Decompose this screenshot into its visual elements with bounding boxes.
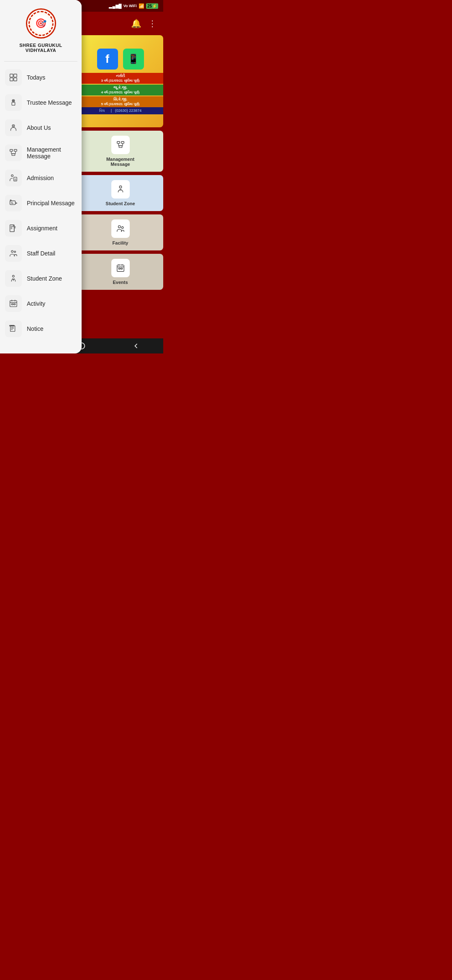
facility-bg-label: Facility <box>113 240 128 245</box>
svg-point-48 <box>13 275 15 277</box>
sidebar-item-about-us[interactable]: About Us <box>0 115 82 140</box>
logo-inner: 🎯 <box>28 11 54 36</box>
svg-rect-33 <box>14 177 17 181</box>
bg-student-card[interactable]: Student Zone <box>77 175 163 211</box>
svg-point-7 <box>118 226 121 228</box>
svg-rect-54 <box>11 304 13 305</box>
svg-rect-28 <box>12 154 15 156</box>
svg-rect-55 <box>14 304 15 305</box>
student-bg-label: Student Zone <box>105 201 135 206</box>
notice-label: Notice <box>27 325 44 332</box>
sidebar-item-admission[interactable]: Admission <box>0 165 82 191</box>
svg-rect-36 <box>10 201 15 205</box>
student-label: Student Zone <box>27 275 62 282</box>
sidebar-item-management-message[interactable]: Management Message <box>0 140 82 165</box>
sidebar-item-notice[interactable]: Notice <box>0 316 82 341</box>
svg-point-6 <box>119 186 122 188</box>
more-icon[interactable]: ⋮ <box>148 18 157 28</box>
svg-rect-15 <box>10 74 13 77</box>
about-label: About Us <box>27 124 51 131</box>
principal-icon <box>5 195 22 211</box>
admission-icon <box>5 170 22 186</box>
signal-bars: ▂▄▆█ <box>109 4 121 8</box>
student-bg-icon <box>111 180 130 199</box>
info-cards: નર્સરી3 વર્ષ (31/05/21 સુધીમા પૂર્ણ) જૂ.… <box>77 73 163 107</box>
management-bg-icon <box>111 136 130 154</box>
drawer-divider <box>4 61 78 62</box>
svg-rect-27 <box>14 150 17 152</box>
sidebar-item-student-zone[interactable]: Student Zone <box>0 266 82 291</box>
bg-facility-card[interactable]: Facility <box>77 214 163 250</box>
svg-point-8 <box>121 227 123 229</box>
staff-label: Staff Detail <box>27 250 55 257</box>
bg-menu-cards: ManagementMessage Student Zone <box>77 131 163 290</box>
facility-bg-icon <box>111 219 130 238</box>
svg-rect-1 <box>121 142 123 144</box>
admission-label: Admission <box>27 175 54 181</box>
management-label: Management Message <box>27 146 77 160</box>
sidebar-item-principal-message[interactable]: Principal Message <box>0 191 82 216</box>
svg-rect-16 <box>14 74 17 77</box>
svg-rect-26 <box>10 150 13 152</box>
school-logo: 🎯 <box>26 8 56 39</box>
school-name: SHREE GURUKUL VIDHYALAYA <box>5 43 77 53</box>
svg-point-47 <box>14 251 16 253</box>
sidebar-item-activity[interactable]: Activity <box>0 291 82 316</box>
principal-label: Principal Message <box>27 200 74 206</box>
events-bg-icon <box>111 259 130 277</box>
status-right: ▂▄▆█ Vo WiFi 📶 25⚡ <box>109 3 158 9</box>
drawer-items: Todays Trustee Message <box>0 63 82 343</box>
skg-row: સિ.કે.જી.5 વર્ષ (31/05/21 સુધીમા પૂર્ણ) <box>77 96 163 107</box>
svg-rect-50 <box>10 301 17 307</box>
wifi-icon: 📶 <box>139 3 144 9</box>
svg-rect-18 <box>14 78 17 81</box>
vo-wifi-label: Vo WiFi <box>123 4 137 8</box>
battery-display: 25⚡ <box>146 3 158 9</box>
sidebar-item-assignment[interactable]: Assignment <box>0 216 82 241</box>
staff-icon <box>5 245 22 262</box>
whatsapp-icon[interactable]: 📱 <box>123 49 144 70</box>
svg-rect-9 <box>117 265 124 272</box>
bg-events-card[interactable]: Events <box>77 254 163 290</box>
bg-content: f 📱 નર્સરી3 વર્ષ (31/05/21 સુધીમા પૂર્ણ)… <box>77 35 163 338</box>
svg-rect-0 <box>117 142 119 144</box>
sidebar-item-trustee-message[interactable]: Trustee Message <box>0 90 82 115</box>
drawer-header: 🎯 SHREE GURUKUL VIDHYALAYA <box>0 0 82 58</box>
sidebar-item-todays[interactable]: Todays <box>0 65 82 90</box>
svg-point-39 <box>10 200 11 201</box>
svg-rect-17 <box>10 78 13 81</box>
svg-point-32 <box>11 175 13 177</box>
events-bg-label: Events <box>113 280 128 285</box>
assignment-icon <box>5 220 22 237</box>
sidebar-item-staff-detail[interactable]: Staff Detail <box>0 241 82 266</box>
svg-point-46 <box>11 250 13 253</box>
management-bg-label: ManagementMessage <box>106 157 134 167</box>
trustee-label: Trustee Message <box>27 99 72 106</box>
social-banner-card: f 📱 નર્સરી3 વર્ષ (31/05/21 સુધીમા પૂર્ણ)… <box>77 35 163 127</box>
svg-rect-20 <box>12 102 15 105</box>
about-icon <box>5 119 22 136</box>
jkg-row: જૂ.કે.જી.4 વર્ષ (31/05/21 સુધીમા પૂર્ણ) <box>77 85 163 95</box>
logo-icon: 🎯 <box>35 18 46 29</box>
notice-icon <box>5 320 22 337</box>
svg-rect-14 <box>121 268 122 269</box>
recents-button[interactable] <box>130 340 142 352</box>
social-icons: f 📱 <box>97 49 144 70</box>
assignment-label: Assignment <box>27 225 57 232</box>
todays-icon <box>5 69 22 86</box>
svg-rect-13 <box>118 268 120 269</box>
activity-label: Activity <box>27 300 45 307</box>
bell-icon[interactable]: 🔔 <box>131 18 141 28</box>
navigation-drawer: 🎯 SHREE GURUKUL VIDHYALAYA Todays <box>0 0 82 353</box>
activity-icon <box>5 295 22 312</box>
student-icon <box>5 270 22 287</box>
trustee-icon <box>5 94 22 111</box>
phone-bar: વિધ | (02630) 223874 <box>77 107 163 114</box>
bg-management-card[interactable]: ManagementMessage <box>77 131 163 172</box>
svg-rect-2 <box>119 146 122 148</box>
management-icon <box>5 144 22 161</box>
todays-label: Todays <box>27 74 45 81</box>
svg-point-24 <box>13 126 14 126</box>
facebook-icon[interactable]: f <box>97 49 118 70</box>
nursery-row: નર્સરી3 વર્ષ (31/05/21 સુધીમા પૂર્ણ) <box>77 73 163 84</box>
